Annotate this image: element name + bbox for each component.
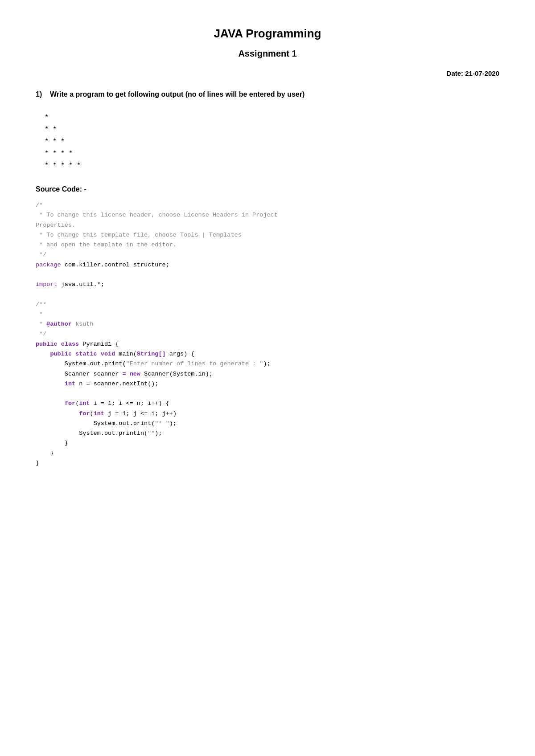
page-title: JAVA Programming — [36, 27, 499, 41]
question-text: Write a program to get following output … — [50, 90, 305, 98]
pattern-line-1: * — [45, 112, 499, 124]
pattern-line-5: * * * * * — [45, 160, 499, 172]
date-value: 21-07-2020 — [465, 69, 499, 77]
pattern-output: * * * * * * * * * * * * * * * — [45, 112, 499, 172]
source-code-label: Source Code: - — [36, 185, 499, 193]
pattern-line-4: * * * * — [45, 148, 499, 160]
assignment-title: Assignment 1 — [36, 49, 499, 59]
date-line: Date: 21-07-2020 — [36, 69, 499, 77]
question-number: 1) — [36, 90, 42, 98]
pattern-line-2: * * — [45, 124, 499, 136]
date-label: Date: — [447, 69, 464, 77]
question-1: 1) Write a program to get following outp… — [36, 90, 499, 98]
pattern-line-3: * * * — [45, 136, 499, 148]
code-block: /* * To change this license header, choo… — [36, 200, 499, 468]
